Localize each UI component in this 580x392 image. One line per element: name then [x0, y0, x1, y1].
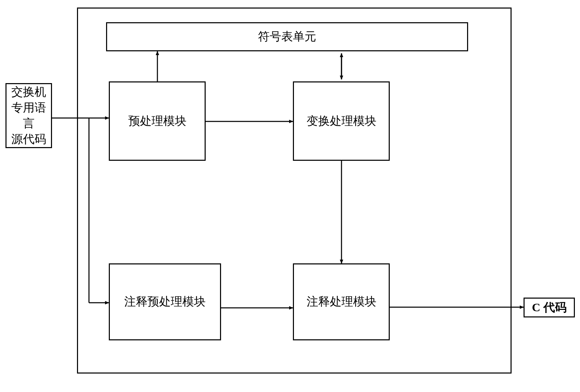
transform-box: 变换处理模块	[293, 81, 390, 161]
comment-preprocess-box: 注释预处理模块	[109, 263, 221, 340]
symbol-table-label: 符号表单元	[258, 29, 316, 44]
output-box: C 代码	[524, 298, 575, 317]
preprocess-box: 预处理模块	[109, 81, 206, 161]
preprocess-label: 预处理模块	[128, 114, 186, 129]
comment-process-box: 注释处理模块	[293, 263, 390, 340]
input-box-label: 交换机 专用语言 源代码	[7, 84, 51, 147]
diagram-canvas: 交换机 专用语言 源代码 符号表单元 预处理模块 变换处理模块 注释预处理模块 …	[0, 0, 580, 392]
output-box-label: C 代码	[532, 300, 566, 315]
symbol-table-box: 符号表单元	[106, 22, 468, 51]
comment-preprocess-label: 注释预处理模块	[124, 294, 206, 309]
comment-process-label: 注释处理模块	[307, 294, 376, 309]
input-box: 交换机 专用语言 源代码	[5, 83, 52, 148]
transform-label: 变换处理模块	[307, 114, 376, 129]
